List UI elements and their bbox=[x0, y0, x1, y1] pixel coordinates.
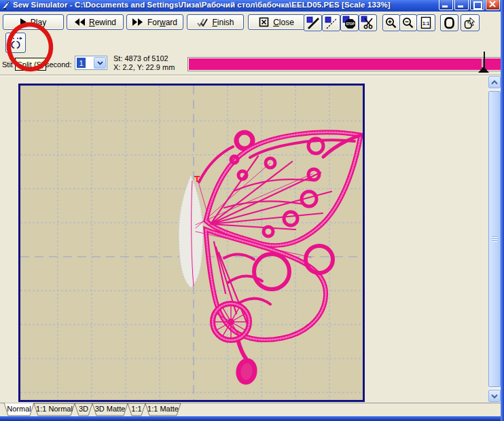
play-button[interactable]: Play bbox=[3, 14, 64, 30]
scrollbar-down-button[interactable] bbox=[488, 390, 501, 402]
minimize-button[interactable] bbox=[439, 0, 453, 10]
chevron-down-icon bbox=[97, 61, 103, 65]
window-bottom-border bbox=[0, 416, 504, 421]
finish-button[interactable]: Finish bbox=[187, 14, 244, 30]
rewind-icon bbox=[74, 18, 85, 26]
one-to-one-icon: 1:1 bbox=[419, 16, 433, 29]
rewind-button[interactable]: Rewind bbox=[67, 14, 124, 30]
sew-simulator-window: Sew Simulator - C:\Documents and Setting… bbox=[0, 0, 504, 421]
stitch-line-button[interactable] bbox=[304, 14, 322, 31]
progress-bar[interactable] bbox=[187, 57, 503, 71]
split-tooltip: Split (S) bbox=[15, 58, 46, 71]
trim-button[interactable] bbox=[359, 14, 377, 31]
scrollbar-grip bbox=[492, 236, 497, 242]
tab-3d-matte-label[interactable]: 3D Matte bbox=[95, 405, 126, 413]
combo-dropdown-button[interactable] bbox=[94, 57, 106, 69]
speed-combo[interactable]: 1 bbox=[75, 56, 107, 70]
stop-icon: STOP bbox=[342, 16, 357, 30]
zoom-in-button[interactable] bbox=[382, 14, 400, 31]
tab-1-1-matte-label[interactable]: 1:1 Matte bbox=[147, 405, 179, 413]
stitch-status: St: 4873 of 5102 bbox=[113, 54, 168, 62]
design-canvas[interactable] bbox=[18, 84, 365, 402]
title-bar[interactable]: Sew Simulator - C:\Documents and Setting… bbox=[0, 0, 504, 12]
minimize-icon bbox=[442, 5, 448, 7]
view-tab-strip bbox=[0, 403, 504, 417]
finish-check-icon bbox=[196, 18, 208, 26]
stitch-line-icon bbox=[306, 16, 320, 30]
maximize-icon bbox=[473, 1, 482, 10]
forward-icon bbox=[132, 18, 143, 26]
progress-fill bbox=[189, 58, 501, 70]
svg-text:1:1: 1:1 bbox=[422, 21, 429, 26]
app-icon bbox=[2, 1, 11, 10]
close-window-button[interactable] bbox=[486, 0, 500, 10]
one-to-one-button[interactable]: 1:1 bbox=[416, 14, 435, 31]
speed-value: 1 bbox=[77, 58, 86, 68]
progress-marker-handle[interactable] bbox=[478, 67, 489, 73]
scrollbar-up-button[interactable] bbox=[488, 76, 501, 88]
hoop-icon bbox=[443, 16, 456, 30]
split-button[interactable] bbox=[5, 33, 26, 53]
zoom-out-icon bbox=[402, 17, 414, 29]
jump-stitch-icon bbox=[324, 16, 338, 30]
vertical-scrollbar[interactable] bbox=[488, 76, 501, 402]
minimize-button-2[interactable] bbox=[454, 0, 469, 10]
maximize-button[interactable] bbox=[470, 0, 484, 10]
zoom-in-icon bbox=[385, 17, 397, 29]
speed-label-left: Stit bbox=[2, 60, 13, 69]
tab-normal-label[interactable]: Normal bbox=[7, 405, 31, 413]
scissors-icon bbox=[361, 16, 375, 30]
window-right-border bbox=[501, 0, 504, 421]
play-icon bbox=[20, 18, 26, 26]
jump-stitch-button[interactable] bbox=[322, 14, 340, 31]
butterfly-design bbox=[20, 86, 363, 400]
tab-1-1-normal-label[interactable]: 1:1 Normal bbox=[36, 405, 73, 413]
close-icon bbox=[486, 0, 499, 10]
zoom-out-button[interactable] bbox=[399, 14, 417, 31]
mouse-pointer-button[interactable] bbox=[461, 14, 480, 31]
separator-highlight bbox=[0, 75, 504, 76]
tab-1-1-label[interactable]: 1:1 bbox=[131, 405, 141, 413]
svg-text:STOP: STOP bbox=[346, 22, 354, 26]
scrollbar-thumb[interactable] bbox=[488, 91, 501, 387]
close-button[interactable]: Close bbox=[248, 14, 305, 30]
tab-3d-label[interactable]: 3D bbox=[79, 405, 88, 413]
chevron-down-icon bbox=[491, 394, 498, 399]
window-title: Sew Simulator - C:\Documents and Setting… bbox=[13, 1, 434, 9]
chevron-up-icon bbox=[491, 80, 498, 85]
speed-label-right: second: bbox=[46, 60, 72, 69]
forward-button[interactable]: Forward bbox=[126, 14, 183, 30]
stop-button[interactable]: STOP bbox=[340, 14, 359, 31]
minimize-icon bbox=[458, 5, 463, 7]
split-icon bbox=[8, 35, 23, 50]
hoop-button[interactable] bbox=[440, 14, 458, 31]
mouse-pointer-icon bbox=[463, 16, 477, 30]
close-box-icon bbox=[259, 17, 269, 27]
coords-status: X: 2.2, Y: 22.9 mm bbox=[113, 63, 175, 71]
